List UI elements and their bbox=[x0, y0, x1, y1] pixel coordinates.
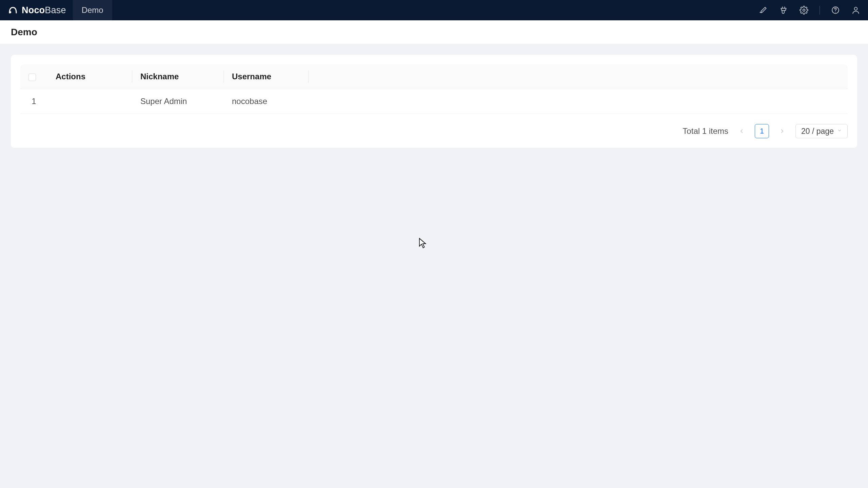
svg-point-3 bbox=[835, 12, 836, 13]
row-actions bbox=[47, 89, 132, 114]
col-nickname-header[interactable]: Nickname bbox=[132, 64, 224, 89]
row-username: nocobase bbox=[224, 89, 309, 114]
settings-icon[interactable] bbox=[799, 5, 809, 15]
table-row[interactable]: 1 Super Admin nocobase bbox=[20, 89, 848, 114]
col-username-header[interactable]: Username bbox=[224, 64, 309, 89]
page-size-select[interactable]: 20 / page bbox=[795, 124, 848, 138]
brand-logo-icon bbox=[7, 5, 18, 16]
nav-divider bbox=[820, 6, 820, 15]
svg-point-4 bbox=[854, 7, 857, 10]
table-header-row: Actions Nickname Username bbox=[20, 64, 848, 89]
page-header: Demo bbox=[0, 20, 868, 44]
page-title: Demo bbox=[11, 27, 37, 38]
pagination-total: Total 1 items bbox=[683, 126, 728, 136]
top-navbar: NocoBase Demo bbox=[0, 0, 868, 20]
pagination: Total 1 items 1 20 / page bbox=[20, 124, 848, 138]
plugin-icon[interactable] bbox=[779, 5, 788, 15]
svg-point-0 bbox=[9, 11, 11, 13]
brand[interactable]: NocoBase bbox=[7, 5, 66, 16]
col-checkbox bbox=[20, 64, 47, 89]
col-filler bbox=[309, 64, 848, 89]
nav-tabs: Demo bbox=[73, 0, 112, 20]
col-actions-header[interactable]: Actions bbox=[47, 64, 132, 89]
svg-point-1 bbox=[803, 9, 805, 12]
data-table: Actions Nickname Username 1 Super Admin … bbox=[20, 64, 848, 114]
table-card: Actions Nickname Username 1 Super Admin … bbox=[11, 55, 857, 148]
row-index: 1 bbox=[20, 89, 47, 114]
select-all-checkbox[interactable] bbox=[28, 74, 36, 81]
user-icon[interactable] bbox=[851, 5, 861, 15]
edit-icon[interactable] bbox=[758, 5, 768, 15]
row-nickname: Super Admin bbox=[132, 89, 224, 114]
row-filler bbox=[309, 89, 848, 114]
page-prev-button[interactable] bbox=[734, 124, 749, 138]
brand-name-bold: Noco bbox=[22, 5, 45, 15]
page-number-current[interactable]: 1 bbox=[755, 124, 769, 138]
page-next-button[interactable] bbox=[775, 124, 789, 138]
mouse-cursor-icon bbox=[419, 238, 428, 249]
brand-name-light: Base bbox=[45, 5, 66, 15]
nav-tab-demo[interactable]: Demo bbox=[73, 0, 112, 20]
chevron-down-icon bbox=[837, 128, 842, 134]
help-icon[interactable] bbox=[831, 5, 840, 15]
page-size-label: 20 / page bbox=[801, 127, 834, 136]
content-area: Actions Nickname Username 1 Super Admin … bbox=[0, 44, 868, 159]
